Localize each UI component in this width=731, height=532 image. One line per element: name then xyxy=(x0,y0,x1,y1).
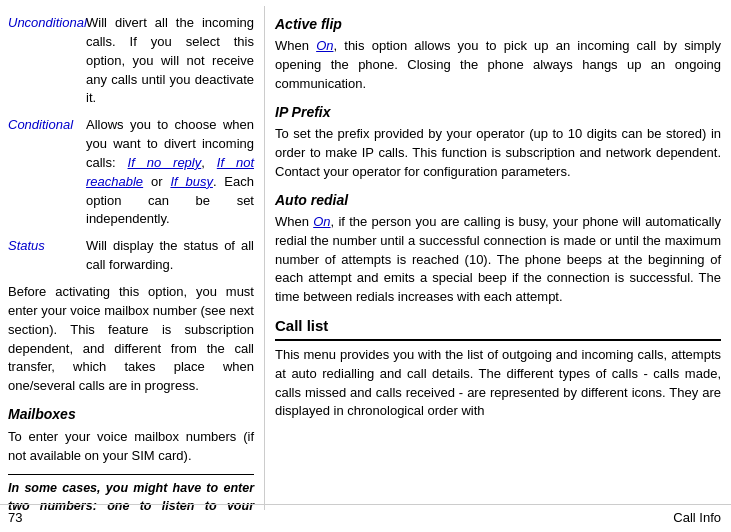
term-row-conditional: Conditional Allows you to choose when yo… xyxy=(8,116,254,229)
call-list-heading: Call list xyxy=(275,315,721,341)
term-row-unconditional: Unconditional Will divert all the incomi… xyxy=(8,14,254,108)
if-busy-link[interactable]: If busy xyxy=(170,174,213,189)
term-label-status: Status xyxy=(8,237,86,275)
ip-prefix-heading: IP Prefix xyxy=(275,102,721,122)
left-column: Unconditional Will divert all the incomi… xyxy=(0,6,265,510)
active-flip-on-link[interactable]: On xyxy=(316,38,333,53)
bottom-bar: 73 Call Info xyxy=(0,504,731,528)
active-flip-heading: Active flip xyxy=(275,14,721,34)
columns-wrap: Unconditional Will divert all the incomi… xyxy=(0,0,731,510)
term-row-status: Status Will display the status of all ca… xyxy=(8,237,254,275)
page-number: 73 xyxy=(8,509,22,528)
ip-prefix-body: To set the prefix provided by your opera… xyxy=(275,125,721,182)
auto-redial-body: When On, if the person you are calling i… xyxy=(275,213,721,307)
term-def-conditional: Allows you to choose when you want to di… xyxy=(86,116,254,229)
active-flip-text: this option allows you to pick up an inc… xyxy=(275,38,721,91)
term-label-unconditional: Unconditional xyxy=(8,14,86,108)
auto-redial-on-link[interactable]: On xyxy=(313,214,330,229)
if-no-reply-link[interactable]: If no reply xyxy=(128,155,202,170)
auto-redial-text: if the person you are calling is busy, y… xyxy=(275,214,721,304)
term-def-status: Will display the status of all call forw… xyxy=(86,237,254,275)
term-def-unconditional: Will divert all the incoming calls. If y… xyxy=(86,14,254,108)
page-layout: Unconditional Will divert all the incomi… xyxy=(0,0,731,532)
left-body-text-2: To enter your voice mailbox numbers (if … xyxy=(8,428,254,466)
left-body-text-1: Before activating this option, you must … xyxy=(8,283,254,396)
right-column: Active flip When On, this option allows … xyxy=(265,6,731,510)
active-flip-body: When On, this option allows you to pick … xyxy=(275,37,721,94)
section-title: Call Info xyxy=(673,509,721,528)
term-label-conditional: Conditional xyxy=(8,116,86,229)
call-list-body: This menu provides you with the list of … xyxy=(275,346,721,421)
auto-redial-heading: Auto redial xyxy=(275,190,721,210)
mailboxes-heading: Mailboxes xyxy=(8,404,254,424)
